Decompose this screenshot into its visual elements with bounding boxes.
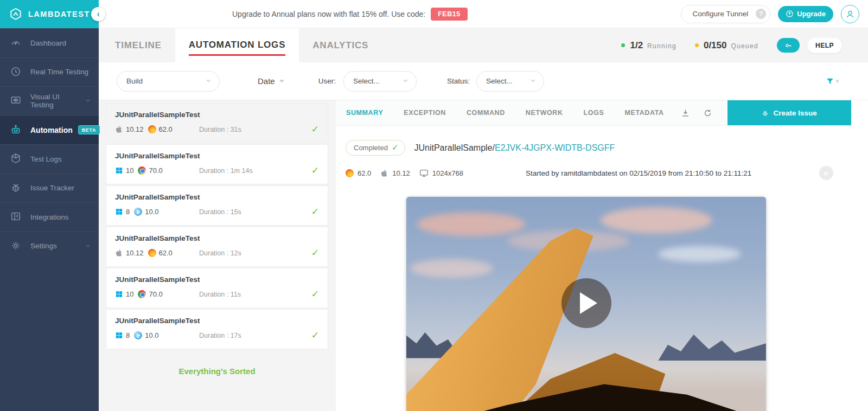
refresh-button[interactable] xyxy=(697,108,719,118)
windows-icon xyxy=(115,166,123,175)
session-id-link[interactable]: E2JVK-4JGPX-WIDTB-DSGFF xyxy=(495,143,615,152)
test-duration: Duration : 1m 14s xyxy=(199,167,311,175)
apple-icon xyxy=(115,249,123,257)
passed-check-icon: ✓ xyxy=(311,288,319,300)
main-tabs-row: TIMELINE AUTOMATION LOGS ANALYTICS 1/2 R… xyxy=(99,28,868,62)
upgrade-arrow-icon xyxy=(786,10,794,18)
passed-check-icon: ✓ xyxy=(311,330,319,341)
play-button[interactable] xyxy=(561,278,611,328)
download-icon xyxy=(681,108,690,118)
test-detail-panel: SUMMARY EXCEPTION COMMAND NETWORK LOGS M… xyxy=(336,100,868,411)
realtime-testing-icon xyxy=(10,66,23,79)
topbar-actions: Configure Tunnel ? Upgrade xyxy=(681,5,859,23)
firefox-icon xyxy=(346,169,354,177)
detail-tab-logs[interactable]: LOGS xyxy=(573,100,615,125)
test-video-player[interactable] xyxy=(406,197,766,411)
build-select[interactable]: Build xyxy=(117,71,220,92)
test-title: JUnitParallelSample/E2JVK-4JGPX-WIDTB-DS… xyxy=(414,143,615,153)
download-button[interactable] xyxy=(674,108,697,118)
settings-gear-icon xyxy=(10,240,23,253)
passed-check-icon: ✓ xyxy=(311,124,319,135)
sidebar-item-visual-ui-testing[interactable]: Visual UI Testing xyxy=(0,86,99,115)
user-icon xyxy=(844,8,856,20)
refresh-icon xyxy=(703,108,712,118)
corner-badge[interactable]: n xyxy=(819,166,833,180)
passed-check-icon: ✓ xyxy=(311,165,319,176)
test-list-panel: JUnitParallelSampleTest 10.12 62.0 Durat… xyxy=(99,100,328,411)
firefox-icon xyxy=(148,249,156,257)
clear-filters-button[interactable]: × xyxy=(826,77,839,86)
upgrade-button[interactable]: Upgrade xyxy=(778,6,833,22)
detail-tab-metadata[interactable]: METADATA xyxy=(614,100,674,125)
user-filter-group: User: Select... xyxy=(318,71,417,92)
configure-tunnel-label: Configure Tunnel xyxy=(692,10,748,18)
test-list-item[interactable]: JUnitParallelSampleTest 8 e 10.0 Duratio… xyxy=(106,309,328,349)
play-icon xyxy=(580,292,597,314)
test-duration: Duration : 11s xyxy=(199,291,311,298)
tab-automation-logs[interactable]: AUTOMATION LOGS xyxy=(175,28,299,62)
sidebar-item-test-logs[interactable]: Test Logs xyxy=(0,144,99,174)
test-list-item[interactable]: JUnitParallelSampleTest 10.12 62.0 Durat… xyxy=(106,103,328,143)
queued-counter: 0/150 Queued xyxy=(695,40,758,51)
chevron-down-icon xyxy=(199,77,212,85)
help-button[interactable]: HELP xyxy=(807,38,842,53)
issue-tracker-bug-icon xyxy=(10,182,23,195)
running-counter: 1/2 Running xyxy=(621,40,676,51)
test-list-item[interactable]: JUnitParallelSampleTest 8 e 10.0 Duratio… xyxy=(106,185,328,226)
sidebar-item-real-time-testing[interactable]: Real Time Testing xyxy=(0,57,99,87)
detail-tab-network[interactable]: NETWORK xyxy=(515,100,573,125)
sidebar-collapse-button[interactable]: ‹ xyxy=(91,7,105,21)
clear-x-icon: × xyxy=(835,78,839,85)
sidebar-item-issue-tracker[interactable]: Issue Tracker xyxy=(0,174,99,203)
detail-tab-exception[interactable]: EXCEPTION xyxy=(393,100,456,125)
monitor-icon xyxy=(419,169,429,178)
workspace: JUnitParallelSampleTest 10.12 62.0 Durat… xyxy=(99,100,868,411)
lambdatest-logo xyxy=(9,7,23,21)
user-avatar[interactable] xyxy=(841,5,859,23)
promo-code-badge[interactable]: FEB15 xyxy=(431,8,467,21)
status-select[interactable]: Select... xyxy=(476,71,544,92)
sidebar-item-integrations[interactable]: Integrations xyxy=(0,202,99,232)
main-content: TIMELINE AUTOMATION LOGS ANALYTICS 1/2 R… xyxy=(99,28,868,411)
sidebar-item-dashboard[interactable]: Dashboard xyxy=(0,28,99,57)
sidebar-item-label: Dashboard xyxy=(30,39,66,47)
sidebar-item-label: Integrations xyxy=(30,213,69,221)
status-filter-label: Status: xyxy=(447,77,470,85)
detail-tab-summary[interactable]: SUMMARY xyxy=(336,100,393,125)
user-filter-label: User: xyxy=(318,77,336,85)
tunnel-help-icon[interactable]: ? xyxy=(756,9,766,19)
concurrency-status: 1/2 Running 0/150 Queued HELP xyxy=(621,28,842,62)
brand-header: LAMBDATEST ‹ xyxy=(0,0,99,28)
test-list-item[interactable]: JUnitParallelSampleTest 10 70.0 Duration… xyxy=(106,268,328,308)
test-duration: Duration : 15s xyxy=(199,208,311,216)
test-list-item[interactable]: JUnitParallelSampleTest 10.12 62.0 Durat… xyxy=(106,227,328,267)
date-filter[interactable]: Date xyxy=(258,76,285,86)
sidebar-item-settings[interactable]: Settings xyxy=(0,232,99,261)
sidebar-item-automation[interactable]: Automation BETA xyxy=(0,115,99,145)
bug-icon xyxy=(761,109,769,117)
tab-analytics[interactable]: ANALYTICS xyxy=(299,28,382,62)
visual-ui-testing-icon xyxy=(10,94,23,107)
tab-timeline[interactable]: TIMELINE xyxy=(101,28,175,62)
chrome-icon xyxy=(138,290,146,298)
test-duration: Duration : 17s xyxy=(199,332,311,339)
key-icon xyxy=(784,41,793,50)
sidebar-item-label: Visual UI Testing xyxy=(30,93,85,109)
dashboard-icon xyxy=(10,36,23,49)
access-key-button[interactable] xyxy=(777,38,800,53)
configure-tunnel-button[interactable]: Configure Tunnel ? xyxy=(681,5,770,23)
apple-icon xyxy=(115,125,123,133)
sidebar-item-label: Test Logs xyxy=(30,155,62,163)
detail-tab-command[interactable]: COMMAND xyxy=(456,100,515,125)
upgrade-label: Upgrade xyxy=(797,10,826,18)
create-issue-button[interactable]: Create Issue xyxy=(727,100,851,125)
user-select[interactable]: Select... xyxy=(343,71,417,92)
chevron-down-icon xyxy=(85,241,91,251)
test-status-row: Completed ✓ JUnitParallelSample/E2JVK-4J… xyxy=(346,140,868,156)
chevron-down-icon xyxy=(85,96,91,106)
completed-check-icon: ✓ xyxy=(392,143,399,152)
running-dot xyxy=(621,43,625,47)
internet-explorer-icon: e xyxy=(134,208,142,216)
test-list-item[interactable]: JUnitParallelSampleTest 10 70.0 Duration… xyxy=(106,144,328,184)
sidebar-item-label: Settings xyxy=(30,242,57,250)
